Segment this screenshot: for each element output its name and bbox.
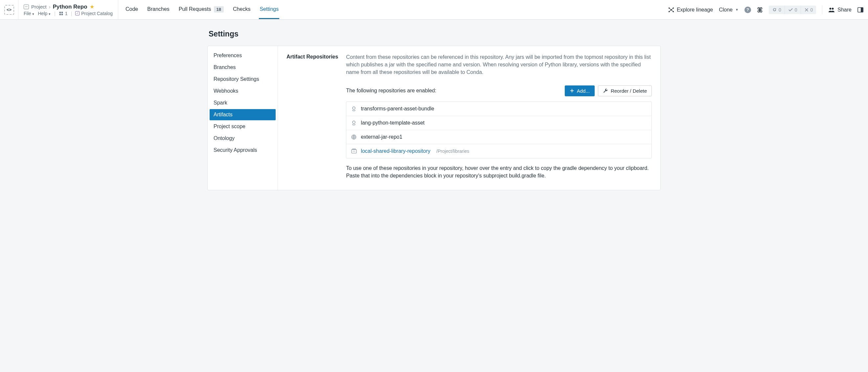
repository-list: transforms-parent-asset-bundle lang-pyth… — [346, 101, 652, 158]
repository-row[interactable]: external-jar-repo1 — [346, 130, 651, 144]
svg-text:<>: <> — [352, 150, 355, 153]
check-icon — [788, 7, 793, 12]
explore-lineage-button[interactable]: Explore lineage — [668, 7, 713, 13]
section-title: Artifact Repositories — [286, 53, 338, 181]
repository-row[interactable]: <> local-shared-library-repository /Proj… — [346, 144, 651, 158]
svg-point-10 — [352, 121, 355, 124]
branch-indicator[interactable]: 1 — [59, 11, 68, 16]
code-repo-icon: <> — [4, 5, 14, 15]
breadcrumb-separator: › — [49, 4, 51, 9]
code-repo-small-icon: <> — [351, 148, 357, 154]
nav-tabs: Code Branches Pull Requests 18 Checks Se… — [118, 0, 668, 20]
repository-row[interactable]: transforms-parent-asset-bundle — [346, 102, 651, 116]
folder-icon — [24, 5, 29, 9]
repository-path: /Project/libraries — [436, 149, 469, 154]
topbar-right: Explore lineage Clone▼ ? 0 0 0 Share — [668, 0, 868, 20]
repository-row[interactable]: lang-python-template-asset — [346, 116, 651, 130]
breadcrumb-repo[interactable]: Python Repo — [53, 4, 87, 10]
breadcrumb-project[interactable]: Project — [31, 4, 46, 9]
repository-name: lang-python-template-asset — [361, 120, 425, 126]
section-description: Content from these repositories can be r… — [346, 53, 652, 76]
topbar: <> Project › Python Repo ★ File▼ Help▼ |… — [0, 0, 868, 20]
sidebar-item-project-scope[interactable]: Project scope — [210, 121, 276, 132]
sidebar-item-ontology[interactable]: Ontology — [210, 133, 276, 144]
status-indicators: 0 0 0 — [769, 6, 816, 14]
menu-divider: | — [71, 11, 72, 16]
status-sync[interactable]: 0 — [769, 6, 785, 14]
footer-description: To use one of these repositories in your… — [346, 164, 652, 179]
clone-dropdown[interactable]: Clone▼ — [719, 7, 739, 13]
plus-icon — [570, 88, 574, 93]
svg-point-5 — [830, 7, 832, 9]
svg-point-6 — [832, 7, 834, 9]
sidebar-item-artifacts[interactable]: Artifacts — [210, 109, 276, 120]
settings-content: Artifact Repositories Content from these… — [278, 46, 660, 190]
page-title: Settings — [209, 30, 661, 38]
breadcrumb: Project › Python Repo ★ — [24, 4, 113, 10]
tab-pull-requests[interactable]: Pull Requests 18 — [178, 0, 224, 20]
settings-container: Preferences Branches Repository Settings… — [207, 46, 661, 190]
sidebar-item-security-approvals[interactable]: Security Approvals — [210, 145, 276, 156]
status-ok[interactable]: 0 — [785, 6, 801, 14]
tab-branches[interactable]: Branches — [147, 0, 170, 19]
checkbox-icon: ✓ — [75, 11, 80, 16]
repository-name: transforms-parent-asset-bundle — [361, 106, 434, 112]
refresh-icon — [772, 7, 777, 12]
pr-count-badge: 18 — [214, 6, 224, 12]
keyboard-shortcuts-icon[interactable] — [757, 7, 763, 13]
x-icon — [804, 7, 809, 12]
people-icon — [828, 7, 835, 13]
project-catalog-link[interactable]: ✓ Project Catalog — [75, 11, 113, 16]
menu-divider: | — [54, 11, 56, 16]
divider — [822, 5, 822, 14]
sidebar-item-preferences[interactable]: Preferences — [210, 50, 276, 61]
tab-settings[interactable]: Settings — [259, 0, 279, 19]
add-button[interactable]: Add... — [565, 86, 595, 96]
page: Settings Preferences Branches Repository… — [207, 20, 661, 204]
sidebar-item-branches[interactable]: Branches — [210, 62, 276, 73]
sidebar-item-repository-settings[interactable]: Repository Settings — [210, 73, 276, 85]
enabled-row: The following repositories are enabled: … — [346, 86, 652, 96]
svg-point-9 — [352, 107, 355, 110]
reorder-delete-button[interactable]: Reorder / Delete — [598, 86, 652, 96]
action-buttons: Add... Reorder / Delete — [565, 86, 652, 96]
git-branch-icon — [59, 11, 63, 16]
lineage-icon — [668, 7, 674, 13]
tab-checks[interactable]: Checks — [232, 0, 251, 19]
tab-code[interactable]: Code — [125, 0, 138, 19]
section-body: Content from these repositories can be r… — [346, 53, 652, 181]
settings-sidebar: Preferences Branches Repository Settings… — [208, 46, 278, 190]
status-error[interactable]: 0 — [801, 6, 816, 14]
enabled-text: The following repositories are enabled: — [346, 88, 436, 94]
file-menu[interactable]: File▼ — [24, 11, 34, 16]
repository-name: external-jar-repo1 — [361, 134, 402, 140]
breadcrumb-and-menus: Project › Python Repo ★ File▼ Help▼ | 1 … — [19, 0, 118, 20]
package-icon — [351, 106, 357, 112]
sidebar-item-spark[interactable]: Spark — [210, 97, 276, 108]
package-icon — [351, 120, 357, 126]
svg-rect-8 — [861, 7, 863, 12]
sidebar-item-webhooks[interactable]: Webhooks — [210, 86, 276, 97]
repository-name-link[interactable]: local-shared-library-repository — [361, 148, 430, 154]
panel-toggle-icon[interactable] — [858, 7, 863, 13]
share-button[interactable]: Share — [828, 7, 851, 13]
topbar-menus: File▼ Help▼ | 1 | ✓ Project Catalog — [24, 11, 113, 16]
help-icon[interactable]: ? — [744, 7, 751, 13]
wrench-icon — [603, 88, 608, 93]
globe-icon — [351, 134, 357, 140]
star-icon[interactable]: ★ — [90, 4, 94, 10]
help-menu[interactable]: Help▼ — [38, 11, 51, 16]
app-icon-slot: <> — [0, 0, 19, 20]
